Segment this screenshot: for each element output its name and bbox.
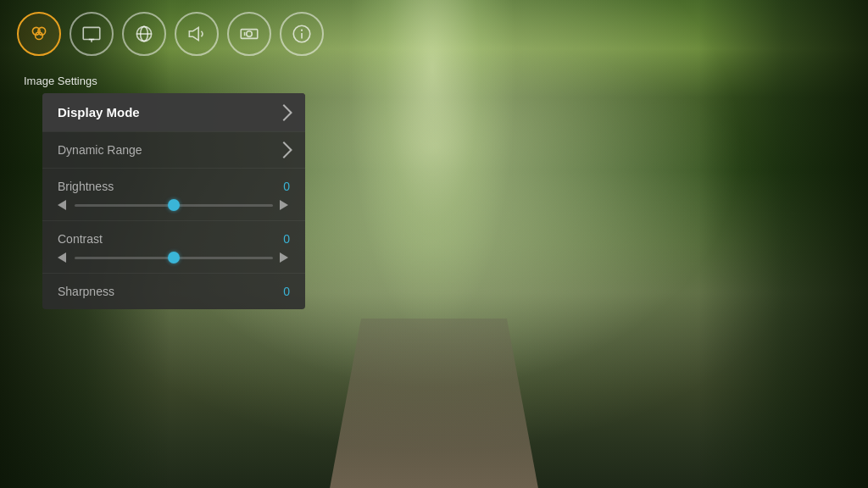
display-svg-icon: [81, 23, 103, 45]
brightness-value: 0: [273, 180, 290, 193]
brightness-slider[interactable]: [75, 204, 273, 207]
3d-svg-icon: [133, 23, 155, 45]
display-mode-row[interactable]: Display Mode: [42, 93, 305, 131]
contrast-slider-row: [42, 249, 305, 273]
svg-rect-3: [83, 27, 100, 39]
dynamic-range-chevron-icon: [275, 141, 292, 158]
brightness-slider-row: [42, 197, 305, 220]
sharpness-value: 0: [273, 285, 290, 298]
info-svg-icon: [291, 23, 313, 45]
sharpness-label: Sharpness: [58, 285, 114, 298]
contrast-value: 0: [273, 232, 290, 246]
audio-svg-icon: [186, 23, 208, 45]
info-icon-button[interactable]: [280, 12, 324, 56]
contrast-slider[interactable]: [75, 257, 273, 259]
sharpness-row: Sharpness 0: [42, 273, 305, 309]
dynamic-range-row[interactable]: Dynamic Range: [42, 131, 305, 168]
projector-svg-icon: [238, 23, 260, 45]
contrast-label: Contrast: [58, 232, 103, 246]
contrast-increase-arrow-icon[interactable]: [280, 252, 290, 263]
rgb-icon-button[interactable]: [17, 12, 61, 56]
display-mode-chevron-icon: [275, 104, 292, 121]
path-overlay: [330, 319, 538, 488]
topbar: [0, 0, 868, 68]
svg-point-11: [247, 31, 253, 37]
display-mode-label: Display Mode: [58, 105, 140, 119]
settings-panel: Display Mode Dynamic Range Brightness 0 …: [42, 93, 305, 309]
svg-point-15: [301, 30, 302, 30]
brightness-increase-arrow-icon[interactable]: [280, 200, 290, 210]
brightness-row: Brightness 0: [42, 168, 305, 197]
display-icon-button[interactable]: [70, 12, 114, 56]
audio-icon-button[interactable]: [175, 12, 219, 56]
projector-icon-button[interactable]: [227, 12, 271, 56]
tree-right-overlay: [698, 0, 868, 488]
dynamic-range-label: Dynamic Range: [58, 143, 142, 157]
brightness-label: Brightness: [58, 180, 114, 193]
contrast-row: Contrast 0: [42, 220, 305, 249]
rgb-svg-icon: [28, 23, 50, 45]
brightness-decrease-arrow-icon[interactable]: [58, 200, 68, 210]
svg-marker-9: [189, 27, 198, 40]
contrast-decrease-arrow-icon[interactable]: [58, 252, 68, 263]
3d-icon-button[interactable]: [122, 12, 166, 56]
section-label: Image Settings: [24, 75, 97, 87]
